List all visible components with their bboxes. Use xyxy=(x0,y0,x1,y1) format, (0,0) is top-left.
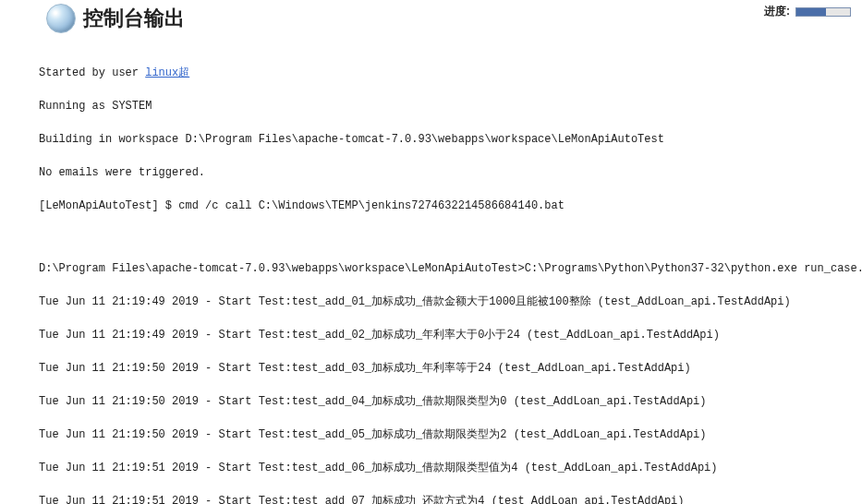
console-output: Started by user linux超 Running as SYSTEM… xyxy=(0,33,862,504)
console-line: Tue Jun 11 21:19:50 2019 - Start Test:te… xyxy=(39,360,851,377)
progress-bar-fill xyxy=(796,8,826,16)
page-header: 控制台输出 进度: xyxy=(0,0,862,33)
console-line: D:\Program Files\apache-tomcat-7.0.93\we… xyxy=(39,260,851,277)
blank-line xyxy=(39,231,851,244)
title-block: 控制台输出 xyxy=(46,4,185,33)
started-by-text: Started by user xyxy=(39,66,145,79)
console-line: [LeMonApiAutoTest] $ cmd /c call C:\Wind… xyxy=(39,198,851,214)
console-line: Tue Jun 11 21:19:50 2019 - Start Test:te… xyxy=(39,426,851,443)
console-line: Tue Jun 11 21:19:49 2019 - Start Test:te… xyxy=(39,294,851,310)
progress-block: 进度: xyxy=(764,4,851,19)
page-title: 控制台输出 xyxy=(83,5,185,32)
progress-label: 进度: xyxy=(764,4,790,19)
console-line: Tue Jun 11 21:19:51 2019 - Start Test:te… xyxy=(39,493,851,504)
console-line: Started by user linux超 xyxy=(39,65,851,81)
progress-bar[interactable] xyxy=(795,7,851,17)
console-line: Tue Jun 11 21:19:49 2019 - Start Test:te… xyxy=(39,327,851,343)
build-status-icon xyxy=(46,4,76,33)
console-line: Tue Jun 11 21:19:51 2019 - Start Test:te… xyxy=(39,460,851,476)
console-line: No emails were triggered. xyxy=(39,164,851,181)
user-link[interactable]: linux超 xyxy=(145,66,189,79)
console-line: Building in workspace D:\Program Files\a… xyxy=(39,131,851,148)
console-line: Tue Jun 11 21:19:50 2019 - Start Test:te… xyxy=(39,393,851,410)
console-line: Running as SYSTEM xyxy=(39,98,851,114)
